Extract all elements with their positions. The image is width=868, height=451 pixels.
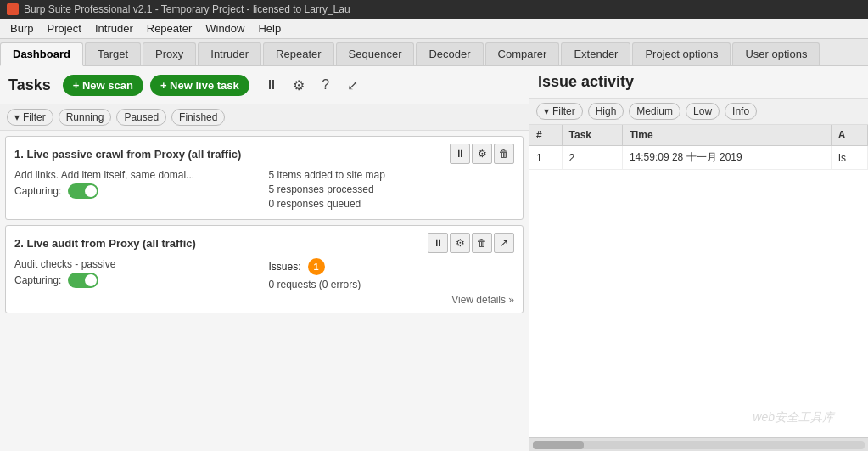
col-time[interactable]: Time [622,125,831,146]
task-2-issues-badge: 1 [308,258,325,275]
task-2-title: 2. Live audit from Proxy (all traffic) [14,237,196,250]
task-2-body: Audit checks - passive Capturing: Issues… [14,258,514,306]
task-card-2: 2. Live audit from Proxy (all traffic) ⏸… [5,225,524,313]
issue-filter-medium[interactable]: Medium [629,103,680,120]
tab-target[interactable]: Target [85,42,141,65]
title-bar: Burp Suite Professional v2.1 - Temporary… [0,0,868,19]
menu-item-intruder[interactable]: Intruder [88,20,140,37]
cell-action: Is [831,146,867,170]
issue-table-container: # Task Time A 1214:59:09 28 十一月 2019Is [529,125,868,437]
settings-button[interactable]: ⚙ [287,73,311,97]
tab-extender[interactable]: Extender [561,42,630,65]
task-2-open-btn[interactable]: ↗ [494,233,514,253]
tasks-header: Tasks + New scan + New live task ⏸ ⚙ ? ⤢ [0,66,529,104]
cell-task: 2 [562,146,622,170]
issue-filter-low[interactable]: Low [686,103,720,120]
new-live-task-button[interactable]: + New live task [150,75,249,96]
col-task[interactable]: Task [562,125,622,146]
tab-project-options[interactable]: Project options [632,42,731,65]
filter-bar: ▾ Filter Running Paused Finished [0,104,529,131]
task-2-desc: Audit checks - passive [14,258,260,270]
task-1-delete-btn[interactable]: 🗑 [494,144,514,164]
issue-filter-bar: ▾ Filter High Medium Low Info [529,99,868,125]
menu-item-window[interactable]: Window [199,20,251,37]
tab-repeater[interactable]: Repeater [263,42,333,65]
menu-item-help[interactable]: Help [251,20,288,37]
app-icon [7,3,19,15]
tab-sequencer[interactable]: Sequencer [336,42,415,65]
scroll-thumb [533,441,584,449]
issue-table-body: 1214:59:09 28 十一月 2019Is [529,146,868,170]
tasks-title: Tasks [8,76,51,94]
task-1-stat3: 0 responses queued [269,198,515,210]
tab-bar: DashboardTargetProxyIntruderRepeaterSequ… [0,39,868,66]
task-1-left: Add links. Add item itself, same domai..… [14,169,260,212]
issue-filter-button[interactable]: ▾ Filter [536,103,583,120]
issue-filter-info[interactable]: Info [725,103,757,120]
filter-finished-label: Finished [179,111,217,123]
task-2-toggle[interactable] [68,273,98,288]
task-header-icons: ⏸ ⚙ ? ⤢ [260,73,365,97]
task-1-toggle[interactable] [68,183,98,199]
title-text: Burp Suite Professional v2.1 - Temporary… [24,3,350,15]
cell-time: 14:59:09 28 十一月 2019 [622,146,831,170]
task-2-capturing-row: Capturing: [14,273,260,288]
filter-paused[interactable]: Paused [116,109,166,126]
filter-running-label: Running [66,111,104,123]
filter-paused-label: Paused [124,111,159,123]
issue-filter-info-label: Info [732,105,749,117]
task-2-capturing-label: Capturing: [14,274,61,286]
bottom-scrollbar[interactable] [529,437,868,451]
issue-filter-high-label: High [596,105,617,117]
col-action[interactable]: A [831,125,867,146]
filter-icon: ▾ [14,111,20,123]
task-1-pause-btn[interactable]: ⏸ [450,144,470,164]
filter-label: Filter [23,111,46,123]
task-2-header: 2. Live audit from Proxy (all traffic) ⏸… [14,233,514,253]
right-panel: Issue activity ▾ Filter High Medium Low … [529,66,868,451]
task-1-right: 5 items added to site map 5 responses pr… [269,169,515,212]
task-2-left: Audit checks - passive Capturing: [14,258,260,306]
menu-item-project[interactable]: Project [40,20,87,37]
task-1-controls: ⏸ ⚙ 🗑 [450,144,514,164]
scroll-track [533,441,865,449]
task-2-settings-btn[interactable]: ⚙ [450,233,470,253]
task-2-issues-label: Issues: [269,261,301,273]
issue-header: Issue activity [529,66,868,99]
pause-all-button[interactable]: ⏸ [260,73,283,97]
task-1-desc: Add links. Add item itself, same domai..… [14,169,260,181]
left-panel: Tasks + New scan + New live task ⏸ ⚙ ? ⤢… [0,66,529,451]
menu-bar: BurpProjectIntruderRepeaterWindowHelp [0,19,868,39]
tab-comparer[interactable]: Comparer [485,42,560,65]
issue-filter-label: Filter [552,105,575,117]
task-card-1: 1. Live passive crawl from Proxy (all tr… [5,136,524,220]
tab-dashboard[interactable]: Dashboard [0,42,83,66]
new-scan-button[interactable]: + New scan [63,75,143,96]
task-2-view-details[interactable]: View details » [269,294,515,306]
task-1-settings-btn[interactable]: ⚙ [472,144,492,164]
cell-hash: 1 [529,146,562,170]
menu-item-burp[interactable]: Burp [3,20,40,37]
tab-user-options[interactable]: User options [732,42,820,65]
issue-table-header-row: # Task Time A [529,125,868,146]
filter-finished[interactable]: Finished [171,109,225,126]
menu-item-repeater[interactable]: Repeater [140,20,199,37]
tab-decoder[interactable]: Decoder [416,42,483,65]
table-row: 1214:59:09 28 十一月 2019Is [529,146,868,170]
filter-running[interactable]: Running [59,109,112,126]
filter-button[interactable]: ▾ Filter [7,109,53,126]
help-button[interactable]: ? [314,73,338,97]
tab-intruder[interactable]: Intruder [198,42,261,65]
task-2-controls: ⏸ ⚙ 🗑 ↗ [428,233,514,253]
task-2-delete-btn[interactable]: 🗑 [472,233,492,253]
tab-proxy[interactable]: Proxy [143,42,196,65]
task-2-stat1: 0 requests (0 errors) [269,279,515,290]
task-2-pause-btn[interactable]: ⏸ [428,233,448,253]
task-1-title: 1. Live passive crawl from Proxy (all tr… [14,148,241,161]
task-2-issues-row: Issues: 1 [269,258,515,275]
col-hash[interactable]: # [529,125,562,146]
tasks-list: 1. Live passive crawl from Proxy (all tr… [0,131,529,451]
issue-filter-high[interactable]: High [588,103,624,120]
expand-button[interactable]: ⤢ [341,73,365,97]
task-2-right: Issues: 1 0 requests (0 errors) View det… [269,258,515,306]
